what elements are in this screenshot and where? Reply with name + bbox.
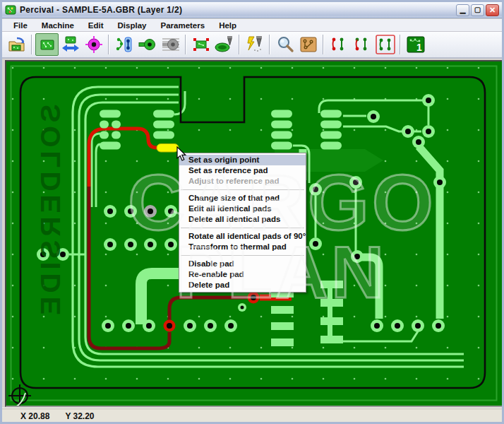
mill-oval-icon [215, 35, 234, 54]
window-title: Percival - SAMPLE-5A.GBR (Layer 1/2) [20, 5, 182, 15]
nets-red-icon [330, 35, 348, 54]
zoom-button[interactable] [273, 33, 296, 56]
toolbar-separator [239, 35, 240, 54]
cursor-y-coordinate: Y 32.20 [65, 411, 94, 421]
net-blue-view-button[interactable] [112, 33, 136, 56]
menu-machine[interactable]: Machine [36, 20, 80, 30]
pad-round-gray-button[interactable] [159, 33, 182, 56]
menu-item-set-origin[interactable]: Set as origin point [179, 155, 306, 165]
show-board-button[interactable] [35, 33, 59, 56]
board-icon [39, 36, 56, 53]
menu-help[interactable]: Help [213, 20, 242, 30]
menu-item-reenable-pad[interactable]: Re-enable pad [179, 269, 306, 280]
lightning-drill-icon [245, 35, 265, 54]
toolbar-separator [108, 35, 109, 54]
cursor-x-coordinate: X 20.88 [20, 411, 49, 421]
minimize-button[interactable]: ▁ [456, 4, 469, 16]
nets-red-green-button[interactable] [327, 33, 350, 56]
menu-file[interactable]: File [8, 20, 33, 30]
menu-item-change-size[interactable]: Change size of that pad [179, 193, 306, 204]
menu-item-disable-pad[interactable]: Disable pad [179, 259, 306, 269]
nets-selected-button[interactable] [373, 33, 397, 56]
swap-board-view-button[interactable] [59, 33, 82, 56]
status-bar: X 20.88 Y 32.20 [2, 408, 502, 424]
cursor-arrow [176, 146, 188, 162]
app-icon [5, 4, 16, 16]
maximize-button[interactable]: ▢ [471, 4, 484, 16]
swap-layers-icon [61, 35, 80, 54]
nets-mixed-icon [353, 35, 371, 54]
nets-partial-button[interactable] [350, 33, 373, 56]
layer-number-label: 1 [416, 42, 422, 53]
toolbar-separator [185, 35, 186, 54]
menu-item-edit-identical[interactable]: Edit all identical pads [179, 204, 306, 214]
copper-view-button[interactable] [296, 33, 320, 56]
net-highlight-icon [115, 35, 133, 54]
mill-drill-button[interactable] [243, 33, 266, 56]
selection-corners-icon [192, 36, 210, 53]
menu-separator [181, 255, 304, 256]
silkscreen-text: SOLDERSIDE [35, 97, 66, 326]
green-pad-icon [138, 36, 157, 53]
menu-item-delete-pad[interactable]: Delete pad [179, 280, 306, 290]
toolbar-separator [31, 35, 32, 54]
menu-item-rotate-identical[interactable]: Rotate all identical pads of 90° [179, 231, 306, 242]
open-folder-icon [8, 36, 26, 53]
magenta-pad-icon [85, 35, 103, 54]
copper-board-icon [299, 35, 318, 54]
layer-1-button[interactable]: 1 [404, 33, 427, 56]
title-bar[interactable]: Percival - SAMPLE-5A.GBR (Layer 1/2) ▁ ▢… [2, 2, 502, 18]
pad-round-green-button[interactable] [136, 33, 159, 56]
nets-selected-icon [376, 35, 395, 54]
close-button[interactable]: ✕ [486, 4, 499, 16]
gray-pad-icon [162, 36, 180, 53]
toolbar-separator [400, 35, 401, 54]
select-pads-area-button[interactable] [189, 33, 212, 56]
selected-pad-yellow[interactable] [157, 144, 179, 153]
menu-item-transform-thermal[interactable]: Transform to thermal pad [179, 242, 306, 252]
menu-separator [181, 189, 304, 190]
toolbar-separator [323, 35, 324, 54]
menu-separator [181, 228, 304, 228]
pad-context-menu: Set as origin point Set as reference pad… [179, 153, 306, 293]
magnifier-icon [276, 35, 294, 54]
app-window: Percival - SAMPLE-5A.GBR (Layer 1/2) ▁ ▢… [0, 0, 504, 424]
menu-edit[interactable]: Edit [83, 20, 109, 30]
mill-contour-button[interactable] [212, 33, 236, 56]
menu-bar: File Machine Edit Display Parameters Hel… [2, 19, 502, 32]
menu-parameters[interactable]: Parameters [155, 20, 210, 30]
menu-item-set-reference[interactable]: Set as reference pad [179, 165, 306, 176]
toolbar-separator [269, 35, 270, 54]
menu-display[interactable]: Display [112, 20, 152, 30]
pad-target-button[interactable] [82, 33, 105, 56]
open-gerber-button[interactable] [5, 33, 28, 56]
menu-item-delete-identical[interactable]: Delete all identical pads [179, 214, 306, 225]
toolbar: 1 [2, 32, 502, 59]
menu-item-adjust-reference[interactable]: Adjust to reference pad [179, 176, 306, 187]
layer-1-icon: 1 [406, 35, 426, 54]
